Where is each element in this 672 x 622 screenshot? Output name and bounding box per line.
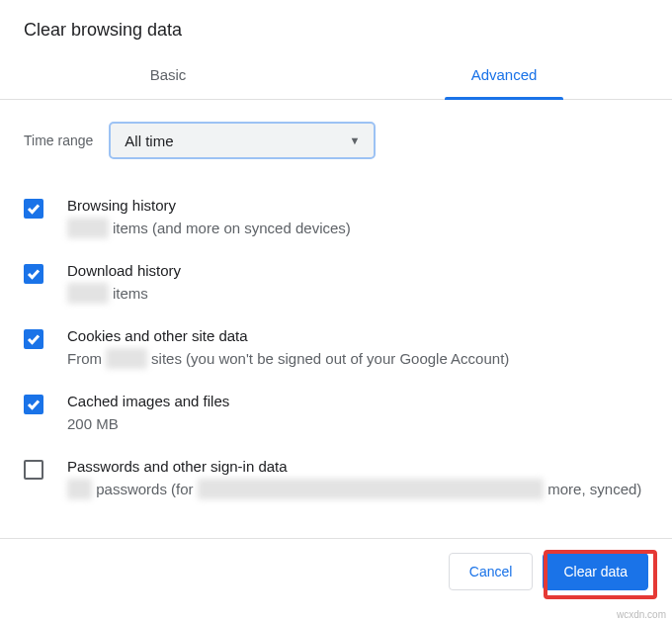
tab-basic[interactable]: Basic bbox=[0, 52, 336, 99]
option-subtitle: 200 MB bbox=[67, 413, 652, 434]
option-subtitle: 00000 items (and more on synced devices) bbox=[67, 218, 652, 238]
time-range-row: Time range All time ▼ bbox=[0, 100, 672, 167]
checkbox-cookies[interactable] bbox=[24, 329, 43, 349]
option-subtitle: 000 passwords (for aaaaaaaaaaa aa aaaaaa… bbox=[67, 479, 652, 499]
option-title: Download history bbox=[67, 262, 652, 279]
options-list: Browsing history 00000 items (and more o… bbox=[0, 167, 672, 511]
watermark: wcxdn.com bbox=[617, 609, 666, 620]
redacted-count: 00000 bbox=[106, 348, 147, 369]
redacted-count: 000 bbox=[67, 479, 92, 499]
option-cookies: Cookies and other site data From 00000 s… bbox=[24, 315, 652, 381]
time-range-label: Time range bbox=[24, 133, 93, 148]
cancel-button[interactable]: Cancel bbox=[449, 553, 534, 590]
clear-data-button[interactable]: Clear data bbox=[543, 553, 648, 590]
option-browsing-history: Browsing history 00000 items (and more o… bbox=[24, 185, 652, 250]
dialog-title: Clear browsing data bbox=[0, 0, 672, 52]
redacted-count: 00000 bbox=[67, 218, 109, 238]
dialog-footer: Cancel Clear data bbox=[0, 538, 672, 604]
redacted-sites: aaaaaaaaaaa aa aaaaaaaaa aa aaaaaa aa aa… bbox=[198, 479, 544, 499]
option-cache: Cached images and files 200 MB bbox=[24, 381, 652, 446]
checkbox-cache[interactable] bbox=[24, 395, 43, 414]
time-range-select[interactable]: All time ▼ bbox=[109, 122, 376, 159]
checkbox-browsing-history[interactable] bbox=[24, 199, 43, 219]
option-subtitle: From 00000 sites (you won't be signed ou… bbox=[67, 348, 652, 369]
checkbox-passwords[interactable] bbox=[24, 460, 43, 480]
option-title: Browsing history bbox=[67, 197, 652, 214]
option-download-history: Download history 00000 items bbox=[24, 250, 652, 315]
tab-advanced[interactable]: Advanced bbox=[336, 52, 672, 99]
option-title: Cookies and other site data bbox=[67, 327, 652, 344]
tabs: Basic Advanced bbox=[0, 52, 672, 100]
checkbox-download-history[interactable] bbox=[24, 264, 43, 284]
time-range-value: All time bbox=[125, 133, 173, 149]
option-title: Passwords and other sign-in data bbox=[67, 458, 652, 475]
redacted-count: 00000 bbox=[67, 283, 109, 304]
option-passwords: Passwords and other sign-in data 000 pas… bbox=[24, 446, 652, 511]
option-title: Cached images and files bbox=[67, 393, 652, 409]
option-subtitle: 00000 items bbox=[67, 283, 652, 304]
chevron-down-icon: ▼ bbox=[349, 134, 360, 146]
